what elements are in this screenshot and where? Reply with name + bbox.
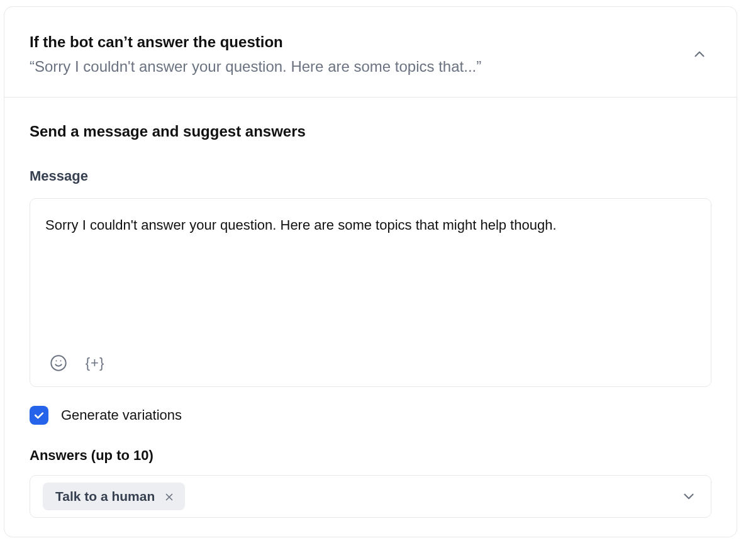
message-editor: {+} [30,198,711,387]
header-titles: If the bot can’t answer the question “So… [30,32,691,78]
editor-toolbar: {+} [30,345,711,386]
generate-variations-checkbox[interactable] [30,406,48,425]
insert-variable-icon[interactable]: {+} [86,354,104,372]
accordion-header[interactable]: If the bot can’t answer the question “So… [4,7,737,98]
message-label: Message [30,168,711,184]
emoji-icon[interactable] [49,354,68,372]
generate-variations-label: Generate variations [61,407,182,423]
answer-chip-label: Talk to a human [55,489,155,504]
answers-label: Answers (up to 10) [30,447,711,464]
check-icon [33,409,45,422]
answers-chips: Talk to a human [43,483,681,510]
chevron-down-icon[interactable] [681,488,697,505]
fallback-config-card: If the bot can’t answer the question “So… [4,6,737,537]
section-title: Send a message and suggest answers [30,123,711,140]
close-icon[interactable] [164,491,175,502]
card-body: Send a message and suggest answers Messa… [4,98,737,537]
answers-select[interactable]: Talk to a human [30,475,711,518]
chevron-up-icon[interactable] [691,46,708,62]
answer-chip: Talk to a human [43,483,185,510]
message-textarea[interactable] [30,199,711,345]
generate-variations-row: Generate variations [30,406,711,425]
card-subtitle: “Sorry I couldn't answer your question. … [30,56,691,78]
card-title: If the bot can’t answer the question [30,32,691,52]
svg-point-0 [51,356,65,371]
